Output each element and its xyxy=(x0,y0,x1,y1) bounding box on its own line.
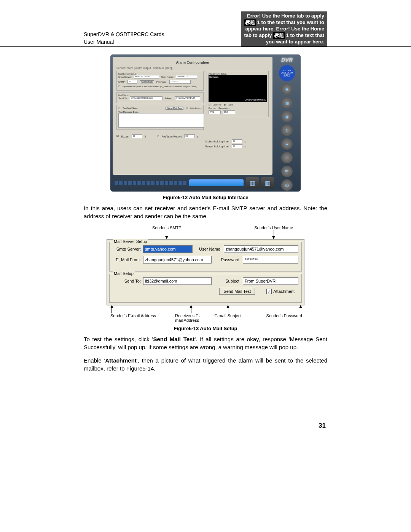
email-from-input[interactable]: zhangguojun4571@yahoo.com xyxy=(143,256,212,264)
sensor-hold-value[interactable]: 30 xyxy=(232,144,242,148)
preview-timestamp: 2005/04/18 09:03:39 xyxy=(245,99,266,101)
mail-setup-group: Mail Setup Send To: lbj32@gmail.com Subj… xyxy=(109,274,302,303)
format-label: Format: xyxy=(209,107,217,109)
subject-label: Subject: xyxy=(165,97,173,99)
camera-name: Camera1 xyxy=(209,76,219,78)
smtp-server-label: Smtp Server: xyxy=(118,76,132,78)
label-senders-email: Sender's E-mail Address xyxy=(110,313,156,318)
clock-day: 星期五 xyxy=(284,74,290,77)
smtp-port-input[interactable]: 25 xyxy=(127,80,137,84)
mail-server-setup-group: Mail Server Setup Smtp Server: smtp.163.… xyxy=(116,71,204,91)
send-mail-test-button[interactable]: Send Mail Test xyxy=(166,107,183,110)
bottom-icon-2[interactable]: ▦ xyxy=(261,177,274,189)
manual-name: User Manual xyxy=(84,38,164,46)
error-line5: you want to appear here. xyxy=(244,39,324,45)
user-name-input[interactable]: lawson119 xyxy=(176,75,197,79)
error-line1: Error! Use the Home tab to apply xyxy=(244,13,324,19)
paragraph-1: In this area, users can set receiver and… xyxy=(84,204,327,220)
label-receivers-email: Receiver's E-mail Address xyxy=(175,313,207,323)
email-from-label: E_Mail From: xyxy=(113,257,141,262)
smtp-server-input[interactable]: smtp.163.com xyxy=(134,75,159,79)
checkbox-icon: ✓ xyxy=(266,289,272,294)
camera-preview: Camera1 2005/04/18 09:03:39 xyxy=(209,75,267,102)
prealarm-label: PreAlarm Record xyxy=(161,135,182,138)
side-button-power[interactable]: ⏻ xyxy=(281,179,293,191)
prealarm-value[interactable]: 30 xyxy=(184,134,195,138)
camera-label: Camera: xyxy=(213,104,221,106)
alarm-config-panel: Alarm Configuration Sensor record | Alar… xyxy=(113,57,272,175)
label-senders-username: Sender's User Name xyxy=(254,225,293,230)
buzzer-unit: S xyxy=(145,135,147,138)
prealarm-unit: s xyxy=(197,135,199,138)
user-name-label: User Name: xyxy=(195,247,221,251)
arrow-up-icon xyxy=(110,305,113,308)
password-input[interactable]: ********* xyxy=(169,80,191,84)
motion-hold-label: Motion holding time: xyxy=(206,140,229,143)
group-title: Mail Setup xyxy=(113,271,135,276)
send-mail-test-button[interactable]: Send Mail Test xyxy=(219,288,255,295)
bottom-bar-button[interactable] xyxy=(189,179,244,186)
group-title: Mail Server Setup xyxy=(113,239,148,244)
secure-conn-label: My server requires a secure connect (E_M… xyxy=(123,85,197,88)
figure-5-13: Sender's SMTP Sender's User Name Mail Se… xyxy=(107,225,304,323)
page-number: 31 xyxy=(84,422,327,430)
camera-value: Card xyxy=(228,104,233,106)
channel-chips[interactable] xyxy=(114,181,187,185)
camera-radio[interactable]: ◉ xyxy=(224,103,226,106)
side-button-2[interactable]: ▦ xyxy=(281,97,293,109)
format-select[interactable]: JPG xyxy=(209,110,221,114)
test-mail-label: Test Mail Setup xyxy=(123,107,138,109)
attachment-label: Attachment xyxy=(190,107,201,109)
test-mail-checkbox[interactable]: ☐ xyxy=(118,107,120,110)
page-content: Alarm Configuration Sensor record | Alar… xyxy=(0,47,411,430)
password-label: Password: xyxy=(214,257,241,262)
password-input[interactable]: ******** xyxy=(243,256,298,264)
send-to-input[interactable]: lbj32@gmail.com xyxy=(143,277,212,285)
error-line4: tab to apply 标题 1 to the text that xyxy=(244,32,324,39)
set-default-button[interactable]: Set Default xyxy=(140,80,154,83)
buzzer-value[interactable]: 30 xyxy=(132,134,142,138)
arrow-up-icon xyxy=(299,305,302,308)
side-button-minus[interactable]: − xyxy=(281,152,293,163)
buzzer-checkbox[interactable]: ☑ xyxy=(116,135,119,138)
side-button-4[interactable]: ↻ xyxy=(281,125,293,136)
subject-input[interactable]: From SuperDVR xyxy=(243,277,298,285)
paragraph-2: To test the settings, click 'Send Mail T… xyxy=(84,335,327,351)
send-to-label: Send To: xyxy=(118,97,127,99)
send-to-input[interactable]: lawson119@163.com xyxy=(130,96,162,100)
side-button-5[interactable]: ● xyxy=(281,138,293,150)
page: SuperDVR & QSDT8PCRC Cards User Manual E… xyxy=(0,0,411,452)
motion-hold-unit: s xyxy=(245,140,246,143)
camera-checkbox[interactable]: ☑ xyxy=(209,103,210,106)
resolution-select[interactable]: 352 xyxy=(223,110,235,114)
test-mail-group: ☐ Test Mail Setup Send Mail Test ☑ Attac… xyxy=(116,105,204,130)
motion-hold-value[interactable]: 30 xyxy=(232,139,242,143)
arrow-down-icon xyxy=(272,236,275,239)
figure-5-12: Alarm Configuration Sensor record | Alar… xyxy=(110,54,301,192)
send-to-label: Send To: xyxy=(113,279,141,283)
config-tabs[interactable]: Sensor record | Alarm Output | SendMail … xyxy=(116,67,269,69)
arrow-up-icon xyxy=(190,305,193,308)
error-line3: appear here. Error! Use the Home xyxy=(244,26,324,32)
side-button-3[interactable]: ◉ xyxy=(281,111,293,122)
header-error-box: Error! Use the Home tab to apply 标题 1 to… xyxy=(241,11,327,46)
side-button-1[interactable]: ◉ xyxy=(281,83,293,95)
header-left: SuperDVR & QSDT8PCRC Cards User Manual xyxy=(84,31,164,46)
figure-5-12-caption: Figure5-12 Auto Mail Setup Interface xyxy=(84,195,327,200)
attachment-checkbox[interactable]: ✓ Attachment xyxy=(266,289,295,294)
subject-input[interactable]: From SUPERDVR xyxy=(175,96,200,100)
sensor-hold-unit: s xyxy=(245,145,246,148)
side-button-search[interactable]: 🔍 xyxy=(281,166,293,177)
secure-conn-checkbox[interactable]: ☐ xyxy=(118,85,120,88)
test-message-body-input[interactable] xyxy=(118,113,204,128)
prealarm-checkbox[interactable]: ☑ xyxy=(157,135,159,138)
figure-5-13-caption: Figure5-13 Auto Mail Setup xyxy=(84,326,327,331)
product-name: SuperDVR & QSDT8PCRC Cards xyxy=(84,31,164,38)
label-senders-smtp: Sender's SMTP xyxy=(152,225,182,230)
smtp-port-label: SMTP: xyxy=(118,81,125,83)
smtp-server-input[interactable]: smtp.yahoo.com xyxy=(143,245,193,253)
user-name-input[interactable]: zhangguojun4571@yahoo.com xyxy=(224,245,298,253)
smtp-server-label: Smtp Server: xyxy=(113,247,141,251)
attachment-checkbox[interactable]: ☑ xyxy=(186,107,188,110)
bottom-icon-1[interactable]: ▦ xyxy=(246,177,259,189)
